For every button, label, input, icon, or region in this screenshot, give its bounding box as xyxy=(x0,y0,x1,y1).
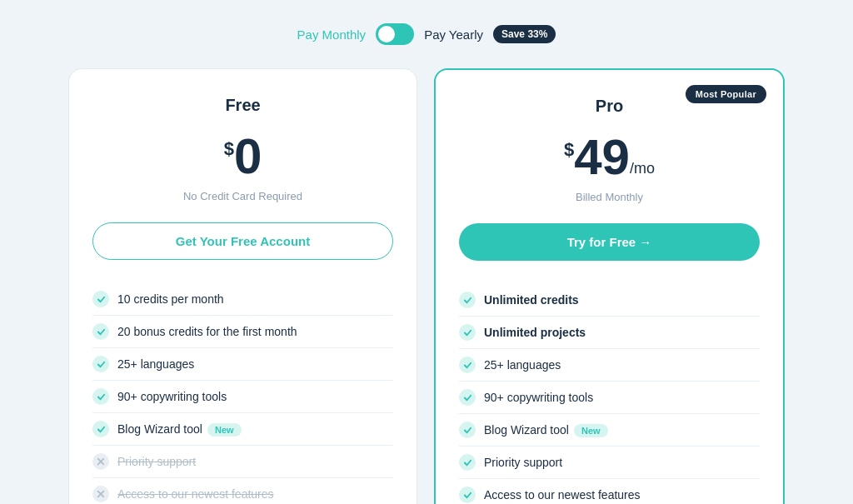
feature-item: Blog Wizard toolNew xyxy=(459,414,760,447)
pro-period: /mo xyxy=(630,160,655,177)
feature-text: Blog Wizard toolNew xyxy=(117,422,393,436)
check-icon xyxy=(459,389,476,406)
pro-currency: $ xyxy=(564,139,574,161)
feature-item: 20 bonus credits for the first month xyxy=(92,316,393,348)
free-feature-list: 10 credits per month 20 bonus credits fo… xyxy=(92,283,393,504)
feature-text: 20 bonus credits for the first month xyxy=(117,325,393,338)
free-cta-button[interactable]: Get Your Free Account xyxy=(92,222,393,260)
feature-item-disabled: Access to our newest features xyxy=(92,478,393,504)
free-subtitle: No Credit Card Required xyxy=(92,190,393,202)
free-plan-name: Free xyxy=(92,96,393,115)
check-icon xyxy=(92,356,109,372)
most-popular-badge: Most Popular xyxy=(686,85,766,103)
feature-text: Priority support xyxy=(117,455,393,468)
new-badge: New xyxy=(574,424,608,437)
feature-text: 10 credits per month xyxy=(117,292,393,306)
check-icon xyxy=(92,388,109,405)
feature-item: 25+ languages xyxy=(92,348,393,381)
feature-text: Access to our newest features xyxy=(117,487,393,501)
billing-toggle-switch[interactable] xyxy=(376,23,414,45)
feature-item-disabled: Priority support xyxy=(92,446,393,478)
check-icon xyxy=(459,292,476,308)
feature-text: 90+ copywriting tools xyxy=(484,391,760,404)
feature-item: 90+ copywriting tools xyxy=(92,381,393,413)
feature-text: 25+ languages xyxy=(117,357,393,371)
check-icon xyxy=(92,323,109,340)
check-icon xyxy=(92,421,109,437)
feature-item: Unlimited projects xyxy=(459,317,760,349)
pay-monthly-label: Pay Monthly xyxy=(297,27,367,42)
pro-price-area: $49/mo xyxy=(459,132,760,182)
x-icon xyxy=(92,453,109,470)
pro-subtitle: Billed Monthly xyxy=(459,191,760,203)
feature-text: Access to our newest features xyxy=(484,488,760,502)
save-badge: Save 33% xyxy=(493,25,556,43)
check-icon xyxy=(459,454,476,471)
feature-text: Unlimited projects xyxy=(484,326,760,339)
check-icon xyxy=(92,291,109,307)
feature-item: 25+ languages xyxy=(459,349,760,382)
pay-yearly-label: Pay Yearly xyxy=(424,27,483,42)
feature-text: 90+ copywriting tools xyxy=(117,390,393,403)
pro-cta-button[interactable]: Try for Free → xyxy=(459,223,760,261)
billing-toggle: Pay Monthly Pay Yearly Save 33% xyxy=(297,23,556,45)
feature-item: 10 credits per month xyxy=(92,283,393,316)
feature-item: Unlimited credits xyxy=(459,284,760,317)
pro-plan-card: Most Popular Pro $49/mo Billed Monthly T… xyxy=(434,68,785,504)
check-icon xyxy=(459,357,476,373)
feature-item: Blog Wizard toolNew xyxy=(92,413,393,446)
feature-item: Priority support xyxy=(459,447,760,479)
feature-item: 90+ copywriting tools xyxy=(459,382,760,414)
check-icon xyxy=(459,487,476,503)
free-plan-card: Free $0 No Credit Card Required Get Your… xyxy=(68,68,417,504)
plans-container: Free $0 No Credit Card Required Get Your… xyxy=(68,68,785,504)
pro-feature-list: Unlimited credits Unlimited projects 25+… xyxy=(459,284,760,504)
free-amount: 0 xyxy=(234,132,262,182)
pro-amount: 49 xyxy=(574,132,630,182)
check-icon xyxy=(459,324,476,341)
free-currency: $ xyxy=(224,138,234,160)
feature-text: Priority support xyxy=(484,456,760,469)
new-badge: New xyxy=(207,423,242,437)
free-price-area: $0 xyxy=(92,132,393,182)
feature-text: Blog Wizard toolNew xyxy=(484,423,760,437)
feature-text: 25+ languages xyxy=(484,358,760,372)
check-icon xyxy=(459,422,476,438)
feature-text: Unlimited credits xyxy=(484,293,760,307)
x-icon xyxy=(92,486,109,502)
feature-item: Access to our newest features xyxy=(459,479,760,504)
